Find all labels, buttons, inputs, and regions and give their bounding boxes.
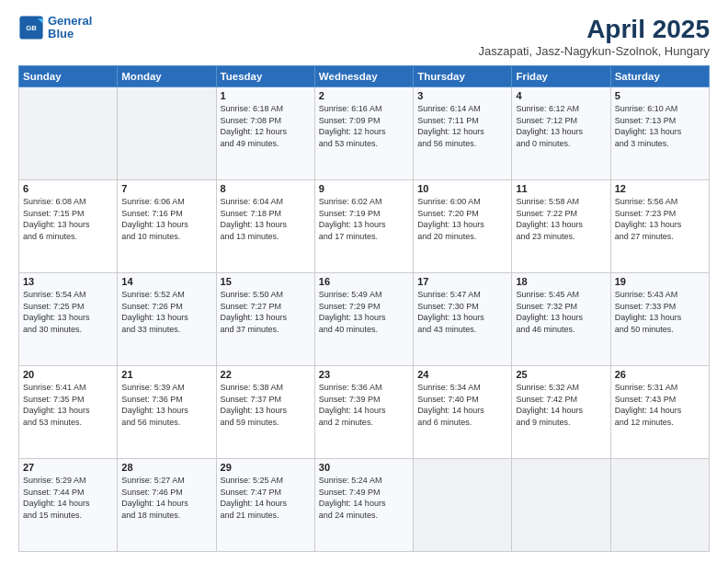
day-number: 16 <box>319 276 409 287</box>
calendar-header-tuesday: Tuesday <box>216 66 314 87</box>
day-info: Sunrise: 6:16 AM Sunset: 7:09 PM Dayligh… <box>319 103 409 149</box>
calendar-header-wednesday: Wednesday <box>314 66 413 87</box>
calendar-cell: 21Sunrise: 5:39 AM Sunset: 7:36 PM Dayli… <box>118 366 216 459</box>
calendar-cell: 7Sunrise: 6:06 AM Sunset: 7:16 PM Daylig… <box>118 180 216 273</box>
calendar-cell: 6Sunrise: 6:08 AM Sunset: 7:15 PM Daylig… <box>19 180 118 273</box>
calendar-cell: 10Sunrise: 6:00 AM Sunset: 7:20 PM Dayli… <box>414 180 512 273</box>
calendar-header-saturday: Saturday <box>610 66 709 87</box>
day-number: 19 <box>615 276 705 287</box>
calendar-week-3: 13Sunrise: 5:54 AM Sunset: 7:25 PM Dayli… <box>19 273 710 366</box>
calendar-cell: 17Sunrise: 5:47 AM Sunset: 7:30 PM Dayli… <box>414 273 512 366</box>
day-number: 15 <box>221 276 311 287</box>
calendar-cell: 20Sunrise: 5:41 AM Sunset: 7:35 PM Dayli… <box>19 366 118 459</box>
calendar-cell: 1Sunrise: 6:18 AM Sunset: 7:08 PM Daylig… <box>216 87 314 180</box>
day-info: Sunrise: 6:12 AM Sunset: 7:12 PM Dayligh… <box>516 103 606 149</box>
calendar-cell: 13Sunrise: 5:54 AM Sunset: 7:25 PM Dayli… <box>19 273 118 366</box>
day-info: Sunrise: 5:52 AM Sunset: 7:26 PM Dayligh… <box>121 289 211 335</box>
calendar-header-thursday: Thursday <box>414 66 512 87</box>
day-number: 13 <box>23 276 113 287</box>
day-info: Sunrise: 5:54 AM Sunset: 7:25 PM Dayligh… <box>23 289 113 335</box>
day-info: Sunrise: 5:47 AM Sunset: 7:30 PM Dayligh… <box>417 289 507 335</box>
calendar-week-1: 1Sunrise: 6:18 AM Sunset: 7:08 PM Daylig… <box>19 87 710 180</box>
calendar-cell: 22Sunrise: 5:38 AM Sunset: 7:37 PM Dayli… <box>216 366 314 459</box>
logo-text: General Blue <box>48 15 92 41</box>
calendar-header-row: SundayMondayTuesdayWednesdayThursdayFrid… <box>19 66 710 87</box>
day-number: 27 <box>23 462 113 473</box>
day-info: Sunrise: 6:06 AM Sunset: 7:16 PM Dayligh… <box>121 196 211 242</box>
calendar-cell: 25Sunrise: 5:32 AM Sunset: 7:42 PM Dayli… <box>512 366 610 459</box>
day-info: Sunrise: 5:31 AM Sunset: 7:43 PM Dayligh… <box>615 382 705 428</box>
calendar-cell: 24Sunrise: 5:34 AM Sunset: 7:40 PM Dayli… <box>414 366 512 459</box>
day-info: Sunrise: 5:41 AM Sunset: 7:35 PM Dayligh… <box>23 382 113 428</box>
calendar-cell: 28Sunrise: 5:27 AM Sunset: 7:46 PM Dayli… <box>118 459 216 552</box>
day-number: 11 <box>516 183 606 194</box>
calendar-cell: 12Sunrise: 5:56 AM Sunset: 7:23 PM Dayli… <box>610 180 709 273</box>
day-info: Sunrise: 5:43 AM Sunset: 7:33 PM Dayligh… <box>615 289 705 335</box>
day-info: Sunrise: 5:34 AM Sunset: 7:40 PM Dayligh… <box>417 382 507 428</box>
day-info: Sunrise: 6:18 AM Sunset: 7:08 PM Dayligh… <box>221 103 311 149</box>
day-number: 4 <box>516 90 606 101</box>
header: GB General Blue April 2025 Jaszapati, Ja… <box>18 15 710 58</box>
day-number: 23 <box>319 369 409 380</box>
day-number: 28 <box>121 462 211 473</box>
day-number: 14 <box>121 276 211 287</box>
day-number: 7 <box>121 183 211 194</box>
day-info: Sunrise: 6:00 AM Sunset: 7:20 PM Dayligh… <box>417 196 507 242</box>
calendar-cell <box>512 459 610 552</box>
day-number: 10 <box>417 183 507 194</box>
day-number: 18 <box>516 276 606 287</box>
calendar-header-friday: Friday <box>512 66 610 87</box>
day-info: Sunrise: 5:56 AM Sunset: 7:23 PM Dayligh… <box>615 196 705 242</box>
logo-icon: GB <box>18 15 44 40</box>
calendar-cell: 19Sunrise: 5:43 AM Sunset: 7:33 PM Dayli… <box>610 273 709 366</box>
title-section: April 2025 Jaszapati, Jasz-Nagykun-Szoln… <box>479 15 710 58</box>
calendar-cell: 5Sunrise: 6:10 AM Sunset: 7:13 PM Daylig… <box>610 87 709 180</box>
day-number: 8 <box>221 183 311 194</box>
calendar-cell: 14Sunrise: 5:52 AM Sunset: 7:26 PM Dayli… <box>118 273 216 366</box>
day-number: 3 <box>417 90 507 101</box>
calendar-cell: 9Sunrise: 6:02 AM Sunset: 7:19 PM Daylig… <box>314 180 413 273</box>
calendar-week-4: 20Sunrise: 5:41 AM Sunset: 7:35 PM Dayli… <box>19 366 710 459</box>
day-number: 12 <box>615 183 705 194</box>
day-info: Sunrise: 5:50 AM Sunset: 7:27 PM Dayligh… <box>221 289 311 335</box>
day-info: Sunrise: 5:45 AM Sunset: 7:32 PM Dayligh… <box>516 289 606 335</box>
calendar-cell: 11Sunrise: 5:58 AM Sunset: 7:22 PM Dayli… <box>512 180 610 273</box>
day-number: 30 <box>319 462 409 473</box>
subtitle: Jaszapati, Jasz-Nagykun-Szolnok, Hungary <box>479 44 710 58</box>
day-number: 26 <box>615 369 705 380</box>
calendar-cell: 23Sunrise: 5:36 AM Sunset: 7:39 PM Dayli… <box>314 366 413 459</box>
calendar-cell <box>414 459 512 552</box>
calendar-cell <box>610 459 709 552</box>
day-info: Sunrise: 5:27 AM Sunset: 7:46 PM Dayligh… <box>121 475 211 521</box>
calendar-cell: 16Sunrise: 5:49 AM Sunset: 7:29 PM Dayli… <box>314 273 413 366</box>
day-number: 2 <box>319 90 409 101</box>
day-info: Sunrise: 5:39 AM Sunset: 7:36 PM Dayligh… <box>121 382 211 428</box>
day-number: 21 <box>121 369 211 380</box>
calendar-cell: 2Sunrise: 6:16 AM Sunset: 7:09 PM Daylig… <box>314 87 413 180</box>
svg-text:GB: GB <box>26 24 37 32</box>
calendar-cell: 4Sunrise: 6:12 AM Sunset: 7:12 PM Daylig… <box>512 87 610 180</box>
day-info: Sunrise: 5:36 AM Sunset: 7:39 PM Dayligh… <box>319 382 409 428</box>
main-title: April 2025 <box>479 15 710 44</box>
calendar-cell: 18Sunrise: 5:45 AM Sunset: 7:32 PM Dayli… <box>512 273 610 366</box>
day-info: Sunrise: 6:14 AM Sunset: 7:11 PM Dayligh… <box>417 103 507 149</box>
day-info: Sunrise: 6:04 AM Sunset: 7:18 PM Dayligh… <box>221 196 311 242</box>
calendar-cell: 29Sunrise: 5:25 AM Sunset: 7:47 PM Dayli… <box>216 459 314 552</box>
page: GB General Blue April 2025 Jaszapati, Ja… <box>0 0 728 563</box>
day-number: 17 <box>417 276 507 287</box>
calendar-cell <box>19 87 118 180</box>
calendar-week-5: 27Sunrise: 5:29 AM Sunset: 7:44 PM Dayli… <box>19 459 710 552</box>
day-number: 6 <box>23 183 113 194</box>
day-info: Sunrise: 6:02 AM Sunset: 7:19 PM Dayligh… <box>319 196 409 242</box>
day-info: Sunrise: 5:58 AM Sunset: 7:22 PM Dayligh… <box>516 196 606 242</box>
calendar-cell: 3Sunrise: 6:14 AM Sunset: 7:11 PM Daylig… <box>414 87 512 180</box>
day-number: 9 <box>319 183 409 194</box>
calendar-header-sunday: Sunday <box>19 66 118 87</box>
calendar-cell: 27Sunrise: 5:29 AM Sunset: 7:44 PM Dayli… <box>19 459 118 552</box>
day-info: Sunrise: 5:32 AM Sunset: 7:42 PM Dayligh… <box>516 382 606 428</box>
day-number: 29 <box>221 462 311 473</box>
day-number: 1 <box>221 90 311 101</box>
day-info: Sunrise: 5:49 AM Sunset: 7:29 PM Dayligh… <box>319 289 409 335</box>
calendar-header-monday: Monday <box>118 66 216 87</box>
day-info: Sunrise: 5:38 AM Sunset: 7:37 PM Dayligh… <box>221 382 311 428</box>
